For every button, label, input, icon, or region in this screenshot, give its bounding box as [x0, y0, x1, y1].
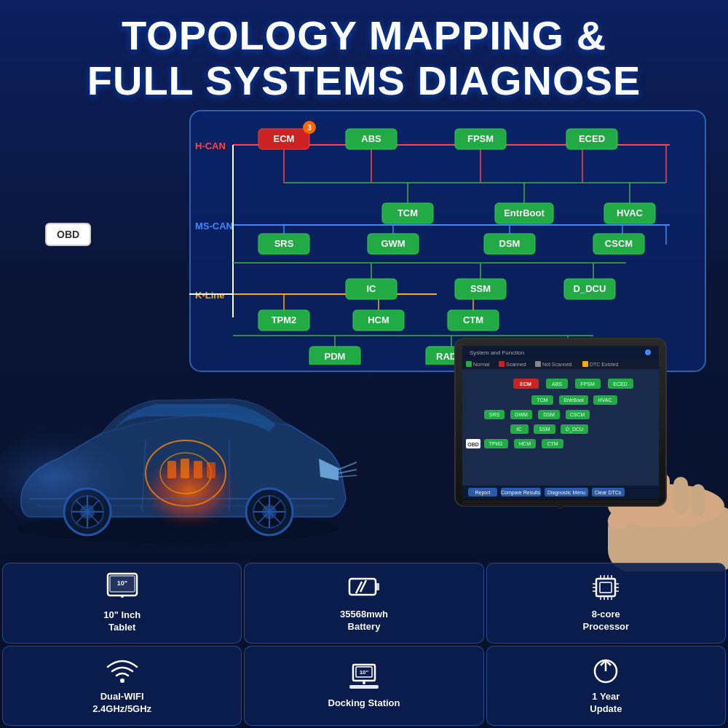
- svg-point-199: [120, 678, 124, 683]
- svg-text:Clear DTCs: Clear DTCs: [595, 490, 622, 495]
- tablet-feature-text: 10" Inch Tablet: [103, 609, 141, 634]
- svg-text:10": 10": [117, 579, 127, 587]
- svg-rect-121: [499, 361, 505, 367]
- svg-text:D_DCU: D_DCU: [566, 427, 583, 432]
- svg-text:IC: IC: [517, 427, 522, 432]
- svg-text:CSCM: CSCM: [570, 412, 585, 417]
- svg-rect-174: [462, 500, 659, 506]
- svg-text:ECM: ECM: [520, 381, 531, 387]
- svg-point-34: [303, 121, 316, 134]
- docking-icon: 10": [346, 662, 382, 694]
- svg-rect-204: [349, 685, 379, 689]
- svg-text:D_DCU: D_DCU: [574, 283, 606, 294]
- tablet-svg: System and Function Normal Scanned Not S…: [440, 331, 728, 571]
- svg-text:System and Function: System and Function: [470, 349, 524, 356]
- svg-text:SRS: SRS: [489, 412, 500, 417]
- car-svg: [0, 346, 357, 557]
- page-title: TOPOLOGY MAPPING & FULL SYSTEMS DIAGNOSE: [15, 13, 713, 103]
- svg-text:CSCM: CSCM: [605, 238, 633, 249]
- svg-text:Normal: Normal: [473, 362, 490, 367]
- svg-rect-46: [604, 203, 655, 223]
- svg-text:SRS: SRS: [274, 238, 294, 249]
- svg-text:FPSM: FPSM: [580, 381, 595, 387]
- tablet-section: System and Function Normal Scanned Not S…: [440, 331, 728, 571]
- svg-rect-32: [258, 129, 309, 149]
- docking-feature-text: Docking Station: [328, 697, 400, 710]
- obd-label: OBD: [45, 223, 91, 246]
- svg-text:H-CAN: H-CAN: [195, 141, 226, 151]
- svg-text:3: 3: [307, 124, 312, 132]
- svg-text:TPM2: TPM2: [489, 441, 503, 446]
- svg-point-99: [0, 419, 197, 535]
- svg-text:Not Scanned: Not Scanned: [542, 362, 572, 367]
- svg-text:MS-CAN: MS-CAN: [195, 221, 233, 232]
- svg-point-177: [121, 595, 124, 598]
- svg-text:DTC Existed: DTC Existed: [590, 362, 618, 367]
- svg-text:SSM: SSM: [539, 427, 550, 432]
- svg-rect-42: [382, 203, 433, 223]
- processor-feature-text: 8-core Processor: [583, 609, 630, 633]
- feature-update: 1 Year Update: [486, 646, 726, 727]
- svg-rect-36: [346, 129, 397, 149]
- svg-text:CTM: CTM: [547, 441, 558, 446]
- tablet-icon: 10": [104, 572, 141, 606]
- svg-text:ECED: ECED: [579, 133, 605, 144]
- svg-text:EntrBoot: EntrBoot: [504, 207, 545, 218]
- battery-icon: [346, 573, 382, 605]
- svg-rect-62: [258, 310, 309, 331]
- svg-text:HVAC: HVAC: [598, 397, 612, 403]
- svg-text:GWM: GWM: [381, 238, 405, 249]
- svg-text:Diagnostic Menu: Diagnostic Menu: [547, 490, 585, 496]
- svg-rect-183: [596, 579, 615, 596]
- svg-text:DSM: DSM: [543, 412, 555, 417]
- wifi-icon: [104, 655, 141, 687]
- svg-text:HVAC: HVAC: [617, 207, 643, 218]
- svg-text:Report: Report: [475, 490, 490, 496]
- topology-diagram: H-CAN MS-CAN K-Line ECM 3 ABS FPSM ECED: [189, 117, 699, 365]
- svg-text:ECM: ECM: [274, 133, 295, 144]
- svg-rect-44: [495, 203, 553, 223]
- feature-wifi: Dual-WIFI 2.4GHz/5GHz: [2, 646, 242, 727]
- features-grid: 10" 10" Inch Tablet 35568mwh Battery: [0, 561, 728, 728]
- svg-text:ABS: ABS: [552, 381, 562, 387]
- svg-rect-123: [535, 361, 541, 367]
- svg-rect-119: [466, 361, 472, 367]
- svg-rect-125: [582, 361, 588, 367]
- svg-text:Compare Results: Compare Results: [501, 490, 541, 496]
- svg-text:10": 10": [360, 669, 369, 676]
- svg-rect-64: [353, 310, 404, 331]
- svg-text:IC: IC: [367, 283, 377, 294]
- svg-rect-52: [484, 234, 535, 254]
- svg-point-117: [645, 349, 651, 355]
- svg-rect-66: [448, 310, 499, 331]
- main-container: TOPOLOGY MAPPING & FULL SYSTEMS DIAGNOSE…: [0, 0, 728, 728]
- svg-rect-38: [455, 129, 506, 149]
- processor-icon: [587, 573, 624, 605]
- svg-text:SSM: SSM: [470, 283, 491, 294]
- svg-rect-82: [207, 462, 215, 478]
- title-line1: TOPOLOGY MAPPING &: [122, 12, 606, 58]
- feature-processor: 8-core Processor: [486, 563, 726, 644]
- svg-text:ABS: ABS: [361, 133, 381, 144]
- svg-rect-58: [455, 279, 506, 299]
- svg-text:Scanned: Scanned: [506, 362, 526, 367]
- svg-rect-40: [566, 129, 617, 149]
- title-line2: FULL SYSTEMS DIAGNOSE: [87, 58, 641, 103]
- svg-rect-48: [258, 234, 309, 254]
- feature-docking: 10" Docking Station: [244, 646, 483, 727]
- svg-rect-180: [376, 583, 379, 590]
- svg-text:EntrBoot: EntrBoot: [563, 397, 583, 403]
- svg-text:HCM: HCM: [519, 441, 531, 446]
- svg-text:TCM: TCM: [537, 397, 547, 403]
- feature-tablet: 10" 10" Inch Tablet: [2, 563, 242, 644]
- svg-text:OBD: OBD: [467, 442, 479, 447]
- svg-text:ECED: ECED: [613, 381, 627, 387]
- svg-rect-111: [692, 484, 705, 517]
- svg-rect-110: [673, 477, 688, 515]
- svg-text:K-Line: K-Line: [195, 290, 224, 301]
- svg-rect-50: [368, 234, 419, 254]
- car-section: [0, 346, 357, 557]
- svg-text:FPSM: FPSM: [467, 133, 494, 144]
- svg-text:TPM2: TPM2: [272, 314, 297, 325]
- svg-point-203: [363, 681, 365, 684]
